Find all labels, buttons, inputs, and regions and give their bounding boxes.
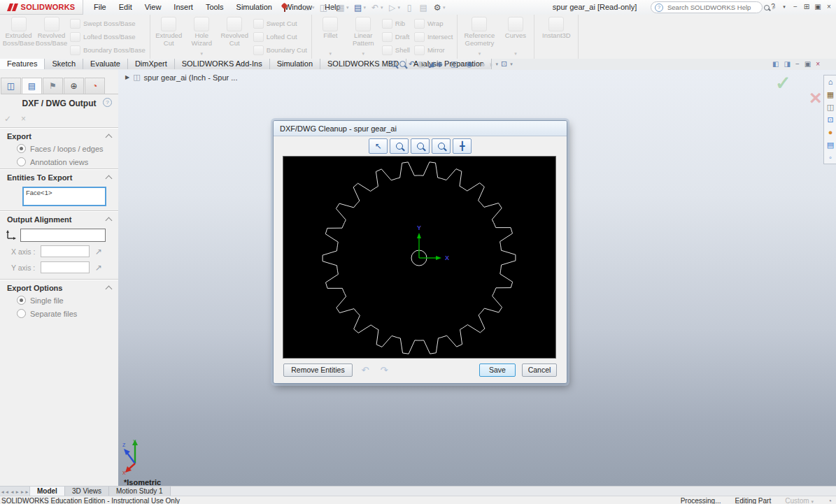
tab-simulation[interactable]: Simulation (270, 59, 320, 69)
radio-icon[interactable] (17, 157, 26, 166)
floating-feature-tree[interactable]: ▶ ◫ spur gear_ai (Inch - Spur ... (125, 73, 237, 82)
doc-minimize-button[interactable]: − (795, 59, 800, 69)
tab-dimxpert-manager[interactable]: ⊕ (64, 78, 84, 94)
maximize-button[interactable]: ⊞ (801, 0, 812, 14)
dynamic-annotation-icon[interactable]: ◢ (428, 59, 434, 69)
dropdown-icon[interactable]: ▾ (514, 50, 517, 59)
select-button[interactable]: ▷▾ (385, 3, 403, 13)
tab-property-manager[interactable]: ▤ (22, 78, 42, 94)
radio-selected-icon[interactable] (17, 296, 26, 305)
swept-cut-button[interactable]: Swept Cut (253, 18, 307, 29)
scroll-next-icon[interactable]: ► (15, 489, 19, 494)
dropdown-icon[interactable]: ▾ (200, 50, 203, 59)
single-file-option[interactable]: Single file (0, 294, 118, 307)
zoom-to-fit-button[interactable] (411, 138, 430, 154)
section-view-icon[interactable]: ◧ (418, 59, 425, 69)
panel-ok-icon[interactable]: ✓ (4, 114, 11, 124)
radio-icon[interactable] (17, 309, 26, 318)
print-button[interactable]: ▤▾ (351, 3, 369, 13)
entities-to-export-listbox[interactable]: Face<1> (22, 187, 106, 206)
revolved-cut-button[interactable]: Revolved Cut (218, 15, 251, 58)
annotation-views-option[interactable]: Annotation views (0, 155, 118, 168)
save-document-button[interactable]: ▦▾ (334, 3, 351, 13)
tab-dimxpert[interactable]: DimXpert (128, 59, 175, 69)
collapse-chevron-icon[interactable] (106, 175, 113, 182)
custom-properties-icon[interactable]: ▤ (827, 141, 834, 149)
reference-geometry-button[interactable]: Reference Geometry▾ (460, 15, 499, 58)
view-orientation-icon[interactable]: ◈ (437, 59, 442, 69)
doc-restore-button[interactable]: ▣ (805, 59, 811, 69)
remove-entities-button[interactable]: Remove Entities (283, 363, 353, 377)
collapse-chevron-icon[interactable] (106, 286, 113, 293)
collapse-chevron-icon[interactable] (106, 134, 113, 141)
zoom-in-out-button[interactable] (390, 138, 409, 154)
pane-left-icon[interactable]: ◧ (772, 59, 779, 69)
redo-icon[interactable]: ↷ (378, 365, 390, 375)
menu-insert[interactable]: Insert (167, 0, 199, 15)
boundary-cut-button[interactable]: Boundary Cut (253, 45, 307, 56)
cancel-button[interactable]: Cancel (522, 363, 557, 377)
appearances-icon[interactable]: ● (828, 129, 833, 136)
menu-file[interactable]: File (87, 0, 113, 15)
rib-button[interactable]: Rib (382, 18, 410, 29)
menu-edit[interactable]: Edit (113, 0, 139, 15)
help-search-box[interactable]: ? ▾ (651, 1, 763, 13)
options-section-header[interactable]: Export Options (0, 280, 118, 294)
file-explorer-icon[interactable]: ◫ (827, 103, 834, 111)
restore-button[interactable]: ▣ (812, 0, 823, 14)
preview-canvas[interactable]: YX (283, 156, 556, 359)
tab-display-manager[interactable]: ◔ (85, 78, 105, 94)
forum-icon[interactable]: ◦ (829, 154, 832, 161)
lofted-boss-base-button[interactable]: Lofted Boss/Base (70, 31, 146, 43)
linear-pattern-button[interactable]: Linear Pattern▾ (347, 15, 380, 58)
status-tag-icon[interactable]: ◔ (828, 497, 832, 504)
menu-view[interactable]: View (139, 0, 168, 15)
tree-expand-icon[interactable]: ▶ (125, 74, 129, 80)
confirmation-cancel-icon[interactable]: × (809, 86, 822, 110)
radio-selected-icon[interactable] (17, 144, 26, 153)
x-axis-reverse-icon[interactable]: ↗ (95, 247, 102, 257)
swept-boss-base-button[interactable]: Swept Boss/Base (70, 18, 146, 29)
alignment-section-header[interactable]: Output Alignment (0, 212, 118, 225)
pin-menu-icon[interactable] (281, 3, 289, 12)
confirmation-accept-icon[interactable]: ✓ (775, 72, 791, 94)
units-selector[interactable]: Custom ▾ (785, 497, 814, 504)
options-button[interactable]: ⚙▾ (430, 3, 448, 13)
tab-evaluate[interactable]: Evaluate (83, 59, 128, 69)
open-document-button[interactable]: ◫▾ (317, 3, 334, 13)
alignment-entity-field[interactable] (20, 229, 106, 242)
tab-addins[interactable]: SOLIDWORKS Add-Ins (175, 59, 270, 69)
y-axis-reverse-icon[interactable]: ↗ (95, 263, 102, 273)
tab-configuration-manager[interactable]: ⚑ (43, 78, 63, 94)
y-axis-field[interactable] (41, 261, 90, 273)
tab-model[interactable]: Model (30, 487, 65, 496)
rebuild-button[interactable]: ▯ (402, 3, 416, 13)
dropdown-icon[interactable]: ▾ (330, 50, 332, 59)
view-settings-icon[interactable]: ⊡ (501, 59, 507, 69)
home-icon[interactable]: ⌂ (828, 78, 833, 86)
tab-features[interactable]: Features (0, 59, 45, 69)
intersect-button[interactable]: Intersect (414, 31, 453, 43)
revolved-boss-base-button[interactable]: Revolved Boss/Base (35, 15, 68, 58)
collapse-chevron-icon[interactable] (106, 217, 113, 224)
save-button[interactable]: Save (479, 363, 516, 377)
new-document-button[interactable]: □▾ (299, 3, 317, 13)
dropdown-icon[interactable]: ▾ (479, 50, 481, 59)
curves-button[interactable]: Curves▾ (499, 15, 532, 58)
file-properties-button[interactable]: ▤ (416, 3, 430, 13)
view-palette-icon[interactable]: ⊡ (827, 116, 833, 124)
separate-files-option[interactable]: Separate files (0, 307, 118, 320)
doc-close-button[interactable]: × (816, 59, 820, 69)
display-style-icon[interactable]: ◫ (451, 59, 458, 69)
faces-loops-edges-option[interactable]: Faces / loops / edges (0, 142, 118, 155)
wrap-button[interactable]: Wrap (414, 18, 453, 29)
tab-scroll-buttons[interactable]: ◄◄ ◄ ► ►► (0, 487, 30, 496)
mirror-button[interactable]: Mirror (414, 45, 453, 56)
instant3d-button[interactable]: Instant3D (537, 15, 576, 58)
scroll-prev-icon[interactable]: ◄ (10, 489, 14, 494)
minimize-button[interactable]: − (790, 0, 801, 14)
apply-scene-icon[interactable]: ◑ (488, 60, 493, 69)
help-dropdown-icon[interactable]: ▾ (779, 0, 790, 14)
menu-tools[interactable]: Tools (199, 0, 230, 15)
tab-motion-study[interactable]: Motion Study 1 (109, 487, 171, 496)
